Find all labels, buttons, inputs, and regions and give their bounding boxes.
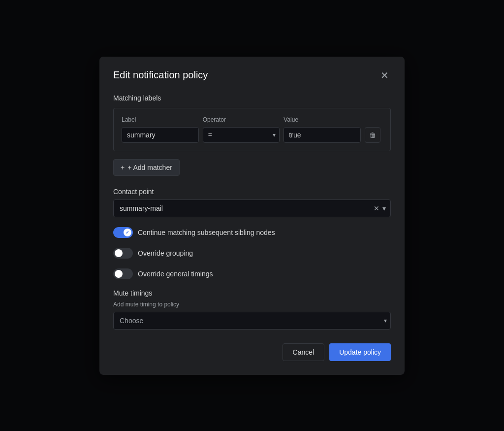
clear-contact-point-button[interactable]: ✕	[374, 204, 379, 212]
mute-timings-select-wrapper: Choose	[113, 312, 391, 330]
continue-matching-field: Continue matching subsequent sibling nod…	[113, 227, 391, 238]
add-matcher-label: + Add matcher	[127, 164, 172, 171]
modal-footer: Cancel Update policy	[113, 343, 391, 361]
override-timings-row: Override general timings	[113, 268, 391, 279]
continue-matching-row: Continue matching subsequent sibling nod…	[113, 227, 391, 238]
operator-select[interactable]: = != =~ !~	[203, 127, 280, 143]
toggle-thumb-timings	[115, 270, 123, 278]
contact-point-label: Contact point	[113, 188, 391, 196]
value-input[interactable]	[284, 127, 361, 143]
override-grouping-label: Override grouping	[138, 249, 193, 257]
label-input[interactable]	[122, 127, 199, 143]
override-grouping-field: Override grouping	[113, 248, 391, 259]
override-timings-toggle[interactable]	[113, 268, 133, 279]
toggle-thumb	[124, 229, 131, 236]
contact-point-field: Contact point ✕ ▾	[113, 188, 391, 217]
modal-header: Edit notification policy ✕	[113, 68, 391, 82]
override-timings-field: Override general timings	[113, 268, 391, 279]
label-col-header: Label	[122, 116, 199, 123]
continue-matching-label: Continue matching subsequent sibling nod…	[138, 229, 275, 236]
mute-timings-label: Mute timings	[113, 289, 391, 297]
mute-timings-sublabel: Add mute timing to policy	[113, 301, 391, 308]
cancel-button[interactable]: Cancel	[283, 343, 325, 361]
operator-col-header: Operator	[203, 116, 280, 123]
edit-notification-policy-modal: Edit notification policy ✕ Matching labe…	[99, 57, 405, 375]
close-button[interactable]: ✕	[378, 68, 391, 82]
matchers-table: Label Operator Value = != =~ !~ 🗑	[113, 108, 391, 151]
continue-matching-toggle[interactable]	[113, 227, 133, 238]
trash-icon: 🗑	[369, 131, 376, 139]
contact-point-dropdown-icon[interactable]: ▾	[382, 204, 386, 212]
modal-title: Edit notification policy	[113, 69, 208, 81]
matcher-row: = != =~ !~ 🗑	[122, 127, 382, 143]
modal-overlay: Edit notification policy ✕ Matching labe…	[0, 0, 504, 431]
close-icon: ✕	[380, 70, 389, 80]
contact-point-select-wrapper: ✕ ▾	[113, 199, 391, 217]
mute-timings-select[interactable]: Choose	[113, 312, 391, 330]
override-grouping-row: Override grouping	[113, 248, 391, 259]
value-col-header: Value	[284, 116, 361, 123]
contact-point-input[interactable]	[113, 199, 391, 217]
contact-point-actions: ✕ ▾	[374, 204, 386, 212]
override-grouping-toggle[interactable]	[113, 248, 133, 259]
mute-timings-field: Mute timings Add mute timing to policy C…	[113, 289, 391, 330]
update-policy-button[interactable]: Update policy	[329, 343, 391, 361]
add-matcher-button[interactable]: + + Add matcher	[113, 159, 180, 176]
matching-labels-section-label: Matching labels	[113, 94, 391, 102]
plus-icon: +	[121, 164, 125, 171]
matchers-header: Label Operator Value	[122, 116, 382, 123]
toggle-thumb-grouping	[115, 249, 123, 257]
delete-matcher-button[interactable]: 🗑	[365, 127, 380, 143]
operator-select-wrapper: = != =~ !~	[203, 127, 280, 143]
override-timings-label: Override general timings	[138, 270, 213, 278]
